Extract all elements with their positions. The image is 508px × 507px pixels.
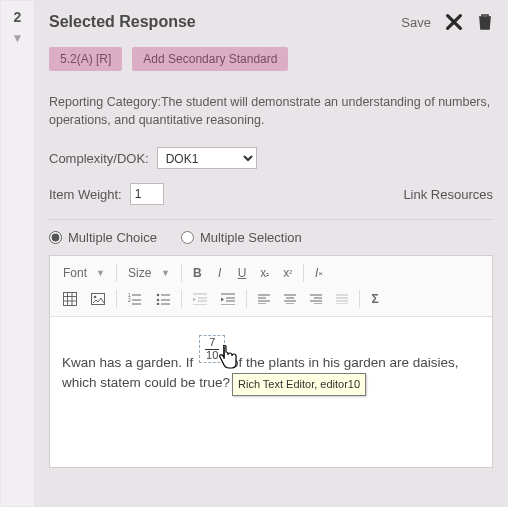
align-left-button[interactable]: [252, 290, 276, 308]
svg-point-2: [94, 296, 97, 299]
question-number-column: 2 ▼: [1, 1, 35, 506]
complexity-select[interactable]: DOK1: [157, 147, 257, 169]
size-selector[interactable]: Size▼: [122, 262, 176, 284]
add-secondary-standard-button[interactable]: Add Secondary Standard: [132, 47, 288, 71]
numbered-list-button[interactable]: 12: [122, 289, 148, 309]
remove-format-button[interactable]: I×: [309, 262, 329, 284]
svg-point-5: [157, 294, 160, 297]
question-number: 2: [1, 9, 34, 25]
question-text-before: Kwan has a garden. If: [62, 355, 197, 370]
svg-text:2: 2: [128, 297, 131, 303]
svg-point-6: [157, 299, 160, 302]
svg-point-7: [157, 303, 160, 305]
editor-tooltip: Rich Text Editor, editor10: [232, 373, 366, 396]
radio-multiple-selection[interactable]: Multiple Selection: [181, 230, 302, 245]
reporting-category-label: Reporting Category:: [49, 95, 161, 109]
link-resources-button[interactable]: Link Resources: [403, 187, 493, 202]
editor-content-area[interactable]: Kwan has a garden. If 710 of the plants …: [50, 317, 492, 467]
bulleted-list-button[interactable]: [150, 289, 176, 309]
align-right-button[interactable]: [304, 290, 328, 308]
radio-multiple-selection-input[interactable]: [181, 231, 194, 244]
editor-toolbar: Font▼ Size▼ B I U x₂ x² I×: [50, 256, 492, 317]
question-text-after: could be true?: [141, 375, 230, 390]
radio-multiple-choice-input[interactable]: [49, 231, 62, 244]
item-weight-input[interactable]: [130, 183, 164, 205]
radio-multiple-choice-label: Multiple Choice: [68, 230, 157, 245]
subscript-button[interactable]: x₂: [254, 262, 275, 284]
italic-button[interactable]: I: [210, 262, 230, 284]
align-justify-button[interactable]: [330, 290, 354, 308]
reporting-category: Reporting Category:The student will demo…: [49, 93, 493, 129]
superscript-button[interactable]: x²: [277, 262, 298, 284]
standard-tag[interactable]: 5.2(A) [R]: [49, 47, 122, 71]
item-weight-label: Item Weight:: [49, 187, 122, 202]
fraction-denominator: 10: [205, 350, 219, 362]
align-center-button[interactable]: [278, 290, 302, 308]
table-button[interactable]: [57, 288, 83, 310]
close-icon[interactable]: [443, 11, 465, 33]
font-selector[interactable]: Font▼: [57, 262, 111, 284]
collapse-caret-icon[interactable]: ▼: [1, 31, 34, 45]
response-panel: Selected Response Save 5.2(A) [R] Add Se…: [35, 1, 507, 506]
trash-icon[interactable]: [477, 13, 493, 31]
underline-button[interactable]: U: [232, 262, 253, 284]
rich-text-editor: Font▼ Size▼ B I U x₂ x² I×: [49, 255, 493, 468]
fraction-numerator: 7: [205, 337, 219, 350]
complexity-label: Complexity/DOK:: [49, 151, 149, 166]
divider: [49, 219, 493, 220]
bold-button[interactable]: B: [187, 262, 208, 284]
image-button[interactable]: [85, 289, 111, 309]
outdent-button[interactable]: [187, 289, 213, 309]
indent-button[interactable]: [215, 289, 241, 309]
save-button[interactable]: Save: [401, 15, 431, 30]
radio-multiple-selection-label: Multiple Selection: [200, 230, 302, 245]
equation-button[interactable]: Σ: [365, 288, 385, 310]
panel-title: Selected Response: [49, 13, 196, 31]
radio-multiple-choice[interactable]: Multiple Choice: [49, 230, 157, 245]
fraction-object[interactable]: 710: [199, 335, 225, 363]
svg-rect-0: [64, 293, 77, 306]
